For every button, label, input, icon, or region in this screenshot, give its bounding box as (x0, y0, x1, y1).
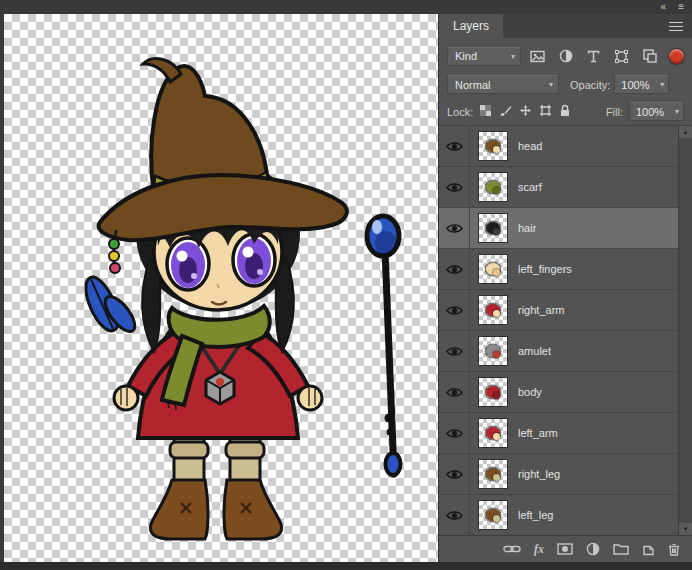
layer-thumbnail[interactable] (478, 254, 508, 284)
tab-layers[interactable]: Layers (439, 14, 503, 38)
eye-icon (446, 305, 463, 316)
blend-row: Normal ▾ Opacity: 100% ▾ (439, 71, 692, 98)
image-icon (530, 50, 545, 63)
filter-type-layers-button[interactable] (582, 47, 605, 66)
layer-thumbnail[interactable] (478, 418, 508, 448)
layer-row[interactable]: amulet (439, 331, 692, 372)
new-adjustment-layer-button[interactable] (586, 541, 600, 557)
visibility-toggle[interactable] (439, 454, 470, 494)
menu-icon (669, 22, 683, 31)
lock-artboard-button[interactable] (539, 104, 552, 119)
visibility-toggle[interactable] (439, 413, 470, 453)
eye-icon (446, 346, 463, 357)
layer-thumbnail[interactable] (478, 295, 508, 325)
layer-style-button[interactable]: fx (534, 541, 544, 557)
folder-icon (613, 543, 629, 555)
layer-row-selected[interactable]: hair (439, 208, 692, 249)
visibility-toggle[interactable] (439, 495, 470, 535)
layer-name: left_fingers (518, 263, 572, 275)
fx-icon: fx (534, 542, 544, 557)
filter-toggle-button[interactable] (669, 49, 684, 64)
layer-name: scarf (518, 181, 542, 193)
lock-all-button[interactable] (559, 104, 571, 119)
artboard-icon (539, 104, 552, 117)
adjustment-icon (586, 542, 600, 556)
thumbnail-art-secondary (493, 146, 500, 153)
layer-row[interactable]: left_arm (439, 413, 692, 454)
layer-thumbnail[interactable] (478, 172, 508, 202)
layer-name: head (518, 140, 542, 152)
layer-row[interactable]: head (439, 126, 692, 167)
layer-list: head scarf hair left_fingers right_arm a… (439, 126, 692, 535)
window-bottom-edge (0, 562, 692, 570)
workspace-menu-icon[interactable]: ≡ (678, 2, 684, 12)
delete-layer-button[interactable] (668, 541, 680, 557)
layer-thumbnail[interactable] (478, 213, 508, 243)
character-graphic (79, 59, 347, 539)
add-layer-mask-button[interactable] (557, 541, 573, 557)
visibility-toggle[interactable] (439, 208, 470, 248)
layer-name: amulet (518, 345, 551, 357)
layer-row[interactable]: right_leg (439, 454, 692, 495)
layer-thumbnail[interactable] (478, 377, 508, 407)
thumbnail-art-secondary (493, 474, 500, 481)
layer-row[interactable]: left_leg (439, 495, 692, 535)
brush-icon (499, 104, 512, 117)
visibility-toggle[interactable] (439, 167, 470, 207)
canvas-area[interactable] (4, 14, 438, 562)
layer-name: hair (518, 222, 536, 234)
filter-adjustment-layers-button[interactable] (554, 47, 577, 66)
lock-transparency-button[interactable] (479, 104, 492, 119)
scroll-down-button[interactable]: ▼ (679, 523, 692, 535)
shape-icon (615, 50, 628, 63)
layer-thumbnail[interactable] (478, 336, 508, 366)
visibility-toggle[interactable] (439, 249, 470, 289)
kind-filter-dropdown[interactable]: Kind ▾ (447, 47, 521, 66)
fill-field[interactable]: 100% ▾ (629, 102, 684, 121)
new-layer-button[interactable] (642, 541, 655, 557)
layer-thumbnail[interactable] (478, 500, 508, 530)
chevron-down-icon: ▾ (511, 52, 515, 61)
lock-pixels-button[interactable] (499, 104, 512, 119)
panel-tab-bar: Layers (439, 14, 692, 38)
lock-label: Lock: (447, 106, 473, 118)
visibility-toggle[interactable] (439, 372, 470, 412)
scroll-up-button[interactable]: ▲ (679, 126, 692, 138)
filter-smart-object-button[interactable] (638, 47, 661, 66)
thumbnail-art-secondary (493, 392, 500, 399)
chevron-down-icon: ▾ (675, 107, 679, 116)
filter-pixel-layers-button[interactable] (526, 47, 549, 66)
mask-icon (557, 543, 573, 555)
link-layers-button[interactable] (503, 541, 521, 557)
kind-filter-value: Kind (455, 50, 477, 62)
fill-label: Fill: (606, 106, 623, 118)
chevron-down-icon: ▾ (660, 80, 664, 89)
artwork (4, 14, 438, 562)
thumbnail-art-secondary (493, 433, 500, 440)
layer-name: left_arm (518, 427, 558, 439)
layer-row[interactable]: body (439, 372, 692, 413)
visibility-toggle[interactable] (439, 126, 470, 166)
staff-graphic (367, 216, 401, 475)
layer-name: left_leg (518, 509, 553, 521)
eye-icon (446, 141, 463, 152)
visibility-toggle[interactable] (439, 290, 470, 330)
fill-value: 100% (636, 106, 664, 118)
layer-thumbnail[interactable] (478, 131, 508, 161)
new-group-button[interactable] (613, 541, 629, 557)
visibility-toggle[interactable] (439, 331, 470, 371)
filter-shape-layers-button[interactable] (610, 47, 633, 66)
layer-name: right_arm (518, 304, 564, 316)
panel-menu-button[interactable] (660, 14, 692, 38)
layer-row[interactable]: scarf (439, 167, 692, 208)
lock-position-button[interactable] (519, 104, 532, 119)
layer-name: body (518, 386, 542, 398)
layer-row[interactable]: left_fingers (439, 249, 692, 290)
layer-thumbnail[interactable] (478, 459, 508, 489)
layer-list-scrollbar[interactable]: ▲ ▼ (678, 126, 692, 535)
opacity-field[interactable]: 100% ▾ (614, 75, 669, 94)
layer-row[interactable]: right_arm (439, 290, 692, 331)
collapse-panels-icon[interactable]: « (661, 2, 667, 12)
titlebar: « ≡ (0, 0, 692, 14)
blend-mode-dropdown[interactable]: Normal ▾ (447, 75, 559, 94)
